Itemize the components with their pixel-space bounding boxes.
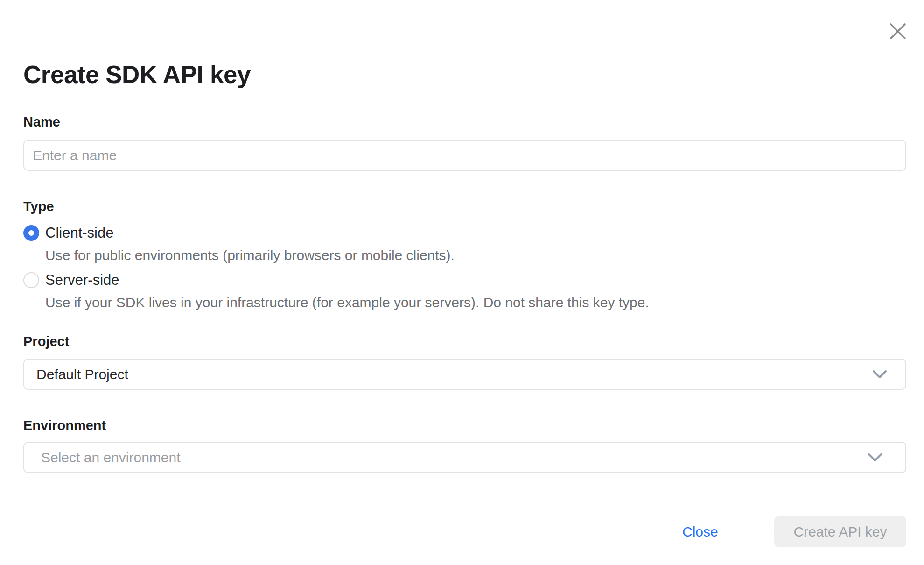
x-icon [888,21,908,41]
environment-select[interactable]: Select an environment [23,442,906,473]
create-sdk-api-key-modal: { "modal": { "title": "Create SDK API ke… [0,0,924,565]
chevron-down-icon [872,369,888,380]
environment-select-placeholder: Select an environment [41,450,867,466]
server-side-description: Use if your SDK lives in your infrastruc… [45,293,649,312]
page-title: Create SDK API key [23,56,251,93]
name-input[interactable] [23,140,906,171]
project-select-value: Default Project [36,367,872,382]
radio-button-client-side[interactable] [23,225,39,241]
radio-button-server-side[interactable] [23,272,39,288]
create-api-key-button[interactable]: Create API key [774,516,906,547]
type-label: Type [23,198,54,215]
radio-option-client-side[interactable]: Client-side [23,224,113,242]
client-side-description: Use for public environments (primarily b… [45,246,455,265]
radio-label-server-side[interactable]: Server-side [45,271,119,290]
radio-label-client-side[interactable]: Client-side [45,224,113,242]
radio-option-server-side[interactable]: Server-side [23,271,119,290]
chevron-down-icon [867,452,883,463]
project-select[interactable]: Default Project [23,359,906,390]
close-modal-button[interactable] [886,20,910,43]
project-label: Project [23,332,69,350]
close-button[interactable]: Close [680,523,720,541]
name-label: Name [23,113,60,131]
environment-label: Environment [23,417,106,434]
